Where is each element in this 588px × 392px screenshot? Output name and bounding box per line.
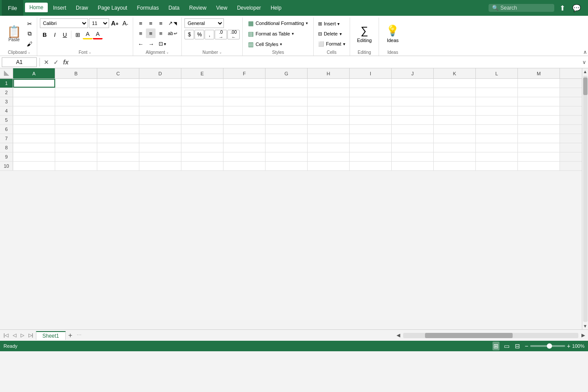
currency-button[interactable]: $ [184, 30, 194, 39]
cell-J1[interactable] [392, 79, 434, 88]
cell-L8[interactable] [476, 143, 518, 152]
indent-decrease-button[interactable]: ← [136, 39, 145, 49]
cell-C4[interactable] [97, 106, 139, 115]
menu-item-draw[interactable]: Draw [71, 3, 92, 13]
cell-K7[interactable] [434, 134, 476, 143]
delete-cells-button[interactable]: ⊟ Delete ▾ [316, 29, 347, 39]
cell-B7[interactable] [55, 134, 97, 143]
cell-A8[interactable] [13, 143, 55, 152]
view-normal-button[interactable]: ⊞ [492, 342, 499, 350]
cell-C2[interactable] [97, 88, 139, 97]
col-header-F[interactable]: F [223, 68, 266, 78]
cell-J3[interactable] [392, 97, 434, 106]
cell-C1[interactable] [97, 79, 139, 88]
cell-B2[interactable] [55, 88, 97, 97]
font-color-button[interactable]: A [93, 30, 103, 39]
cell-K5[interactable] [434, 116, 476, 124]
cell-B5[interactable] [55, 116, 97, 124]
menu-item-page-layout[interactable]: Page Layout [93, 3, 131, 13]
cell-B8[interactable] [55, 143, 97, 152]
col-header-J[interactable]: J [392, 68, 434, 78]
comment-icon[interactable]: 💬 [570, 3, 583, 13]
cell-G10[interactable] [266, 162, 308, 170]
zoom-out-button[interactable]: − [524, 343, 528, 350]
row-num-7[interactable]: 7 [0, 134, 13, 143]
cell-E3[interactable] [181, 97, 223, 106]
insert-cells-button[interactable]: ⊞ Insert ▾ [316, 19, 347, 28]
cell-B9[interactable] [55, 152, 97, 161]
cell-L7[interactable] [476, 134, 518, 143]
align-top-center[interactable]: ≡ [146, 18, 156, 28]
h-scroll-right-button[interactable]: ▶ [580, 332, 586, 339]
menu-item-help[interactable]: Help [266, 3, 286, 13]
cell-M2[interactable] [518, 88, 560, 97]
decrease-decimal-button[interactable]: .00← [227, 30, 240, 39]
cut-button[interactable]: ✂ [25, 19, 34, 28]
cell-H1[interactable] [308, 79, 350, 88]
cell-I6[interactable] [350, 125, 392, 134]
add-sheet-button[interactable]: + [67, 332, 74, 339]
view-page-layout-button[interactable]: ▭ [503, 342, 510, 350]
borders-button[interactable]: ⊞ [73, 30, 82, 39]
conditional-formatting-button[interactable]: ▦ Conditional Formatting ▾ [245, 18, 311, 28]
cell-G8[interactable] [266, 143, 308, 152]
cell-B4[interactable] [55, 106, 97, 115]
cell-D4[interactable] [139, 106, 181, 115]
cell-G2[interactable] [266, 88, 308, 97]
cell-K4[interactable] [434, 106, 476, 115]
cell-C6[interactable] [97, 125, 139, 134]
cell-J6[interactable] [392, 125, 434, 134]
sheet-nav-prev[interactable]: ◁ [11, 332, 18, 339]
col-header-M[interactable]: M [518, 68, 560, 78]
row-num-6[interactable]: 6 [0, 125, 13, 134]
cell-A1[interactable] [13, 79, 55, 88]
cell-M6[interactable] [518, 125, 560, 134]
zoom-in-button[interactable]: + [567, 343, 570, 350]
cell-M10[interactable] [518, 162, 560, 170]
bold-button[interactable]: B [40, 30, 50, 39]
wrap-text-button[interactable]: ab↵ [166, 28, 179, 38]
cell-C7[interactable] [97, 134, 139, 143]
cell-F2[interactable] [223, 88, 266, 97]
cell-D8[interactable] [139, 143, 181, 152]
row-num-4[interactable]: 4 [0, 106, 13, 115]
menu-item-review[interactable]: Review [185, 3, 211, 13]
cell-D3[interactable] [139, 97, 181, 106]
collapse-ribbon-button[interactable]: ∧ [583, 49, 587, 55]
row-num-10[interactable]: 10 [0, 162, 13, 170]
cell-L5[interactable] [476, 116, 518, 124]
cell-K1[interactable] [434, 79, 476, 88]
cell-E6[interactable] [181, 125, 223, 134]
cell-E7[interactable] [181, 134, 223, 143]
align-top-left[interactable]: ≡ [136, 18, 145, 28]
cell-D7[interactable] [139, 134, 181, 143]
align-top-right[interactable]: ≡ [156, 18, 166, 28]
cell-A2[interactable] [13, 88, 55, 97]
cell-I5[interactable] [350, 116, 392, 124]
copy-button[interactable]: ⧉ [25, 29, 34, 39]
col-header-B[interactable]: B [55, 68, 97, 78]
col-header-K[interactable]: K [434, 68, 476, 78]
formula-expand-button[interactable]: ∨ [582, 59, 586, 65]
cell-G7[interactable] [266, 134, 308, 143]
indent-increase-button[interactable]: → [146, 39, 156, 49]
menu-item-formulas[interactable]: Formulas [132, 3, 163, 13]
cell-D5[interactable] [139, 116, 181, 124]
cell-C8[interactable] [97, 143, 139, 152]
menu-item-home[interactable]: Home [25, 3, 48, 13]
cell-K8[interactable] [434, 143, 476, 152]
cell-L2[interactable] [476, 88, 518, 97]
cell-K6[interactable] [434, 125, 476, 134]
cell-E10[interactable] [181, 162, 223, 170]
cell-reference-box[interactable] [2, 57, 37, 67]
cell-G5[interactable] [266, 116, 308, 124]
cell-F7[interactable] [223, 134, 266, 143]
cell-F6[interactable] [223, 125, 266, 134]
number-format-select[interactable]: General [184, 18, 224, 28]
clipboard-expand-icon[interactable]: ⌄ [28, 50, 31, 54]
scroll-down-button[interactable]: ▼ [582, 323, 588, 329]
cell-G6[interactable] [266, 125, 308, 134]
sheet-tab-1[interactable]: Sheet1 [36, 331, 66, 340]
format-cells-button[interactable]: ⬜ Format ▾ [316, 39, 347, 49]
cell-H9[interactable] [308, 152, 350, 161]
